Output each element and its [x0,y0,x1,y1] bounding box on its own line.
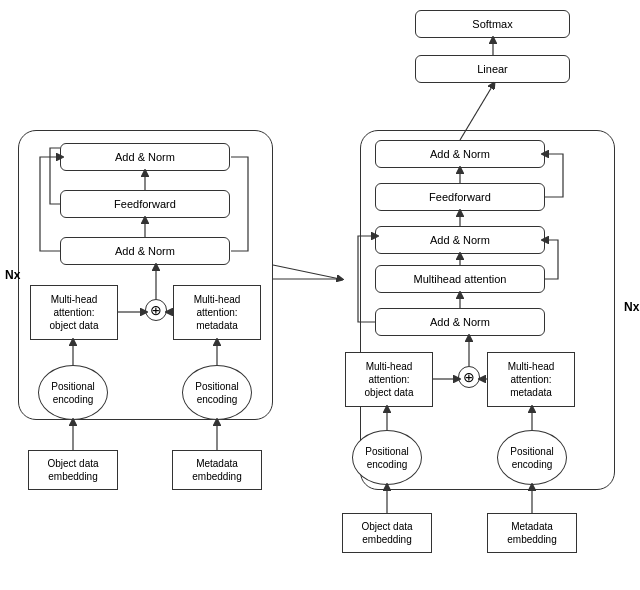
decoder-mha-metadata: Multi-headattention:metadata [487,352,575,407]
decoder-feedforward: Feedforward [375,183,545,211]
encoder-pos-enc-left: Positionalencoding [38,365,108,420]
encoder-embed-left: Object dataembedding [28,450,118,490]
encoder-add-norm-bottom: Add & Norm [60,237,230,265]
encoder-mha-metadata: Multi-headattention:metadata [173,285,261,340]
decoder-nx-label: Nx [624,300,639,314]
decoder-add-norm-bottom: Add & Norm [375,308,545,336]
decoder-multihead-attn: Multihead attention [375,265,545,293]
decoder-pos-enc-right: Positionalencoding [497,430,567,485]
decoder-softmax: Softmax [415,10,570,38]
decoder-embed-left: Object dataembedding [342,513,432,553]
encoder-plus: ⊕ [145,299,167,321]
encoder-pos-enc-right: Positionalencoding [182,365,252,420]
encoder-mha-object: Multi-headattention:object data [30,285,118,340]
diagram: Nx Add & Norm Feedforward Add & Norm Mul… [0,0,640,590]
decoder-pos-enc-left: Positionalencoding [352,430,422,485]
decoder-linear: Linear [415,55,570,83]
encoder-feedforward: Feedforward [60,190,230,218]
decoder-embed-right: Metadataembedding [487,513,577,553]
encoder-add-norm-top: Add & Norm [60,143,230,171]
encoder-embed-right: Metadataembedding [172,450,262,490]
decoder-add-norm-mid: Add & Norm [375,226,545,254]
svg-line-23 [273,265,340,279]
decoder-mha-object: Multi-headattention:object data [345,352,433,407]
encoder-nx-label: Nx [5,268,20,282]
decoder-add-norm-top: Add & Norm [375,140,545,168]
decoder-plus: ⊕ [458,366,480,388]
